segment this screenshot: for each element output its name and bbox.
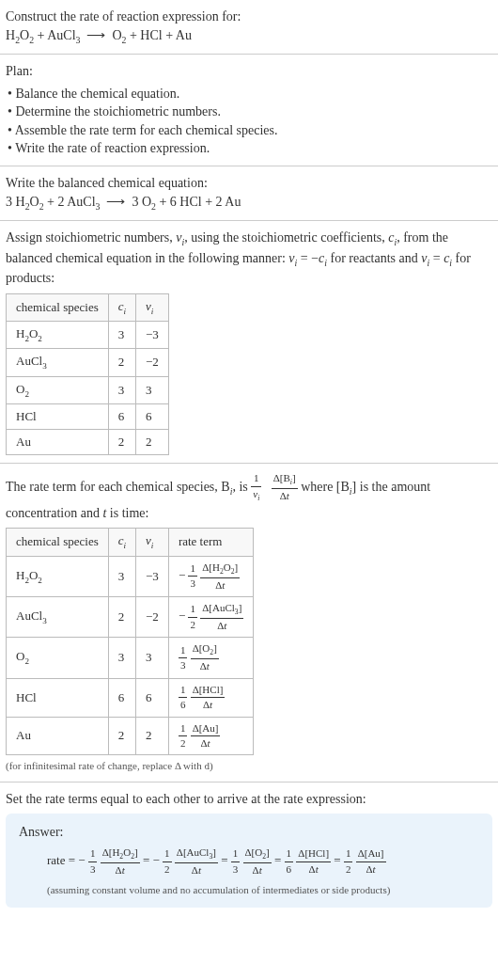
table-header-row: chemical species ci νi rate term xyxy=(7,529,254,556)
cell-ci: 3 xyxy=(108,376,135,403)
table-row: O23313 Δ[O2]Δt xyxy=(7,638,254,678)
cell-ci: 6 xyxy=(108,678,135,717)
table-row: AuCl32−2− 12 Δ[AuCl3]Δt xyxy=(7,597,254,638)
rateterm-table: chemical species ci νi rate term H2O23−3… xyxy=(6,528,254,755)
col-nui: νi xyxy=(136,529,169,556)
cell-rateterm: − 12 Δ[AuCl3]Δt xyxy=(168,597,253,638)
cell-nui: 6 xyxy=(136,678,169,717)
fraction: Δ[Au]Δt xyxy=(191,721,221,751)
plan-item: • Balance the chemical equation. xyxy=(8,85,492,103)
col-species: chemical species xyxy=(7,529,109,556)
cell-ci: 2 xyxy=(108,597,135,638)
cell-species: Au xyxy=(7,717,109,755)
fraction: Δ[O2]Δt xyxy=(191,641,219,673)
plan-title: Plan: xyxy=(6,62,492,81)
fraction: 16 xyxy=(179,683,188,713)
answer-box: Answer: rate = − 13 Δ[H2O2]Δt = − 12 Δ[A… xyxy=(6,814,492,907)
fraction: 13 xyxy=(88,846,98,877)
balanced-section: Write the balanced chemical equation: 3 … xyxy=(0,166,498,220)
table-row: HCl6616 Δ[HCl]Δt xyxy=(7,678,254,717)
cell-nui: 2 xyxy=(136,430,169,455)
rateterm-note: (for infinitesimal rate of change, repla… xyxy=(6,759,492,773)
cell-nui: −2 xyxy=(136,597,169,638)
cell-nui: 3 xyxy=(136,376,169,403)
fraction: Δ[HCl]Δt xyxy=(296,846,331,877)
col-species: chemical species xyxy=(7,293,109,321)
rateterm-intro: The rate term for each chemical species,… xyxy=(6,480,251,494)
fraction: 13 xyxy=(179,643,188,673)
fraction: 12 xyxy=(179,721,188,751)
table-row: H2O23−3 xyxy=(7,322,169,349)
intro-section: Construct the rate of reaction expressio… xyxy=(0,0,498,54)
intro-title: Construct the rate of reaction expressio… xyxy=(6,8,492,26)
cell-ci: 3 xyxy=(108,556,135,596)
fraction: 16 xyxy=(285,846,294,877)
fraction: 12 xyxy=(163,846,172,877)
rateterm-frac2: Δ[Bi] Δt xyxy=(272,471,298,503)
cell-species: O2 xyxy=(7,638,109,678)
col-rateterm: rate term xyxy=(168,529,253,556)
fraction: Δ[AuCl3]Δt xyxy=(200,601,243,633)
cell-ci: 2 xyxy=(108,717,135,755)
rate-prefix: rate = xyxy=(47,853,78,867)
cell-species: Au xyxy=(7,430,109,455)
fraction: Δ[Au]Δt xyxy=(356,846,386,877)
fraction: 12 xyxy=(344,846,353,877)
plan-item: • Determine the stoichiometric numbers. xyxy=(8,103,492,121)
cell-species: AuCl3 xyxy=(7,349,109,376)
assign-text: Assign stoichiometric numbers, νi, using… xyxy=(6,229,492,288)
fraction: Δ[AuCl3]Δt xyxy=(175,846,218,877)
final-title: Set the rate terms equal to each other t… xyxy=(6,790,492,809)
fraction: 13 xyxy=(188,561,197,592)
col-nui: νi xyxy=(136,293,169,321)
plan-section: Plan: • Balance the chemical equation. •… xyxy=(0,55,498,166)
table-row: Au22 xyxy=(7,430,169,455)
cell-species: HCl xyxy=(7,404,109,430)
cell-species: AuCl3 xyxy=(7,597,109,638)
fraction: 13 xyxy=(231,846,241,877)
cell-species: O2 xyxy=(7,376,109,403)
cell-nui: 2 xyxy=(136,717,169,755)
intro-equation: H2O2 + AuCl3 ⟶ O2 + HCl + Au xyxy=(6,26,492,47)
rateterm-section: The rate term for each chemical species,… xyxy=(0,464,498,781)
col-ci: ci xyxy=(108,293,135,321)
cell-nui: −3 xyxy=(136,322,169,349)
cell-ci: 6 xyxy=(108,404,135,430)
balanced-equation: 3 H2O2 + 2 AuCl3 ⟶ 3 O2 + 6 HCl + 2 Au xyxy=(6,193,492,213)
cell-nui: 6 xyxy=(136,404,169,430)
stoich-table: chemical species ci νi H2O23−3AuCl32−2O2… xyxy=(6,293,169,456)
cell-species: H2O2 xyxy=(7,322,109,349)
cell-nui: −3 xyxy=(136,556,169,596)
table-row: Au2212 Δ[Au]Δt xyxy=(7,717,254,755)
cell-nui: −2 xyxy=(136,349,169,376)
final-section: Set the rate terms equal to each other t… xyxy=(0,782,498,915)
plan-item: • Assemble the rate term for each chemic… xyxy=(8,121,492,140)
cell-rateterm: 16 Δ[HCl]Δt xyxy=(168,678,253,717)
rate-expression: rate = − 13 Δ[H2O2]Δt = − 12 Δ[AuCl3]Δt … xyxy=(47,846,479,877)
table-row: AuCl32−2 xyxy=(7,349,169,376)
cell-species: H2O2 xyxy=(7,556,109,596)
rateterm-frac1: 1 νi xyxy=(251,471,261,503)
answer-note: (assuming constant volume and no accumul… xyxy=(47,883,479,897)
cell-ci: 3 xyxy=(108,322,135,349)
cell-ci: 2 xyxy=(108,430,135,455)
cell-ci: 3 xyxy=(108,638,135,678)
table-row: HCl66 xyxy=(7,404,169,430)
balanced-title: Write the balanced chemical equation: xyxy=(6,174,492,193)
assign-section: Assign stoichiometric numbers, νi, using… xyxy=(0,221,498,463)
plan-item: • Write the rate of reaction expression. xyxy=(8,139,492,158)
fraction: Δ[H2O2]Δt xyxy=(200,561,240,593)
fraction: Δ[HCl]Δt xyxy=(191,683,226,713)
table-header-row: chemical species ci νi xyxy=(7,293,169,321)
plan-list: • Balance the chemical equation. • Deter… xyxy=(6,85,492,158)
table-row: H2O23−3− 13 Δ[H2O2]Δt xyxy=(7,556,254,596)
fraction: Δ[H2O2]Δt xyxy=(101,846,140,877)
fraction: 12 xyxy=(188,602,197,632)
cell-ci: 2 xyxy=(108,349,135,376)
col-ci: ci xyxy=(108,529,135,556)
table-row: O233 xyxy=(7,376,169,403)
cell-rateterm: − 13 Δ[H2O2]Δt xyxy=(168,556,253,596)
answer-label: Answer: xyxy=(19,823,479,842)
cell-nui: 3 xyxy=(136,638,169,678)
cell-rateterm: 12 Δ[Au]Δt xyxy=(168,717,253,755)
